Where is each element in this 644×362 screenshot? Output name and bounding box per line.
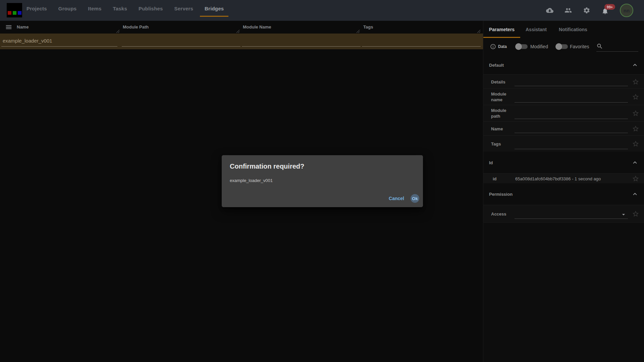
info-icon[interactable]: [490, 44, 496, 50]
param-label: Name: [491, 126, 513, 131]
nav-tab-items[interactable]: Items: [83, 0, 106, 17]
dialog-message: example_loader_v001: [230, 178, 273, 183]
favorite-star-button[interactable]: [632, 175, 639, 182]
logo-green-square: [13, 11, 16, 15]
user-avatar[interactable]: nn: [620, 4, 633, 17]
chevron-up-icon: [631, 159, 639, 166]
param-row-name: Name: [483, 121, 644, 135]
search-input[interactable]: [605, 43, 638, 50]
param-label: Module path: [491, 108, 513, 119]
column-resize-handle[interactable]: [115, 29, 120, 34]
menu-icon[interactable]: [5, 23, 12, 31]
search-field[interactable]: [596, 42, 638, 52]
logo-blue-square: [18, 11, 21, 15]
section-header-id[interactable]: Id: [483, 152, 644, 173]
access-dropdown[interactable]: [515, 211, 628, 219]
param-row-access: Access: [483, 205, 644, 223]
favorites-toggle[interactable]: [556, 44, 568, 49]
favorite-star-button[interactable]: [632, 125, 639, 132]
tab-notifications[interactable]: Notifications: [552, 21, 594, 38]
param-row-tags: Tags: [483, 135, 644, 152]
notification-badge-count: 99+: [604, 4, 615, 10]
favorites-toggle-label: Favorites: [570, 44, 589, 49]
data-filter-label: Data: [498, 44, 507, 49]
section-header-permission[interactable]: Permission: [483, 183, 644, 205]
search-icon: [596, 43, 603, 50]
param-label: Tags: [491, 141, 513, 146]
nav-tab-servers[interactable]: Servers: [170, 0, 198, 17]
navbar-actions: 99+ nn: [546, 0, 633, 21]
notifications-bell-button[interactable]: 99+: [601, 7, 609, 14]
users-icon[interactable]: [565, 7, 572, 14]
parameters-panel: Parameters Assistant Notifications Data …: [483, 21, 644, 362]
nav-tab-tasks[interactable]: Tasks: [108, 0, 132, 17]
tab-assistant[interactable]: Assistant: [520, 21, 552, 38]
name-input[interactable]: [515, 125, 628, 133]
table-row[interactable]: example_loader_v001: [0, 34, 483, 49]
column-header-name[interactable]: Name: [17, 24, 29, 29]
param-row-details: Details: [483, 74, 644, 88]
section-title: Permission: [489, 192, 513, 197]
table-header: Name Module Path Module Name Tags: [0, 21, 483, 34]
modified-toggle[interactable]: [516, 44, 528, 49]
top-navbar: Projects Groups Items Tasks Publishes Se…: [0, 0, 644, 21]
column-resize-handle[interactable]: [356, 29, 360, 34]
nav-tab-groups[interactable]: Groups: [54, 0, 82, 17]
dialog-actions: Cancel Ok: [387, 194, 419, 203]
module-name-input[interactable]: [515, 95, 628, 103]
param-label: Access: [491, 211, 513, 217]
chevron-down-icon: [620, 211, 627, 218]
param-label: id: [493, 176, 515, 181]
section-header-default[interactable]: Default: [483, 55, 644, 74]
ok-button[interactable]: Ok: [411, 194, 419, 203]
chevron-up-icon: [631, 190, 639, 198]
favorite-star-button[interactable]: [632, 78, 639, 85]
column-header-module-name[interactable]: Module Name: [243, 24, 271, 29]
favorite-star-button[interactable]: [632, 210, 639, 218]
favorite-star-button[interactable]: [632, 140, 639, 147]
column-resize-handle[interactable]: [476, 29, 481, 34]
nav-tab-publishes[interactable]: Publishes: [134, 0, 168, 17]
cell-underline: [242, 46, 361, 47]
module-path-input[interactable]: [515, 111, 628, 119]
dialog-title: Confirmation required?: [230, 163, 304, 170]
nav-tab-projects[interactable]: Projects: [22, 0, 52, 17]
column-resize-handle[interactable]: [235, 29, 240, 34]
app-logo[interactable]: [7, 3, 22, 17]
nav-tab-bridges[interactable]: Bridges: [200, 0, 228, 17]
cell-underline: [1, 46, 117, 47]
modified-toggle-label: Modified: [530, 44, 548, 49]
param-row-module-name: Module name: [483, 88, 644, 105]
row-name-cell: example_loader_v001: [3, 38, 52, 44]
panel-tabs: Parameters Assistant Notifications: [483, 21, 644, 38]
parameter-filter-bar: Data Modified Favorites: [483, 38, 644, 55]
column-header-module-path[interactable]: Module Path: [123, 24, 149, 29]
param-row-id: id 65a008d1afc604bb7bdf3386 - 1 second a…: [483, 173, 644, 183]
favorite-star-button[interactable]: [632, 110, 639, 117]
settings-gear-icon[interactable]: [583, 7, 590, 14]
tags-input[interactable]: [515, 141, 628, 149]
cloud-download-icon[interactable]: [546, 7, 553, 14]
section-title: Id: [489, 160, 493, 165]
tab-parameters[interactable]: Parameters: [483, 21, 520, 38]
section-title: Default: [489, 62, 504, 67]
main-nav-tabs: Projects Groups Items Tasks Publishes Se…: [22, 0, 228, 17]
param-row-module-path: Module path: [483, 105, 644, 121]
confirmation-dialog: Confirmation required? example_loader_v0…: [222, 155, 423, 207]
param-label: Module name: [491, 91, 513, 103]
logo-red-square: [8, 11, 11, 15]
column-header-tags[interactable]: Tags: [363, 24, 373, 29]
chevron-up-icon: [631, 61, 639, 69]
id-value: 65a008d1afc604bb7bdf3386 - 1 second ago: [515, 176, 601, 181]
details-input[interactable]: [515, 78, 628, 86]
param-label: Details: [491, 79, 513, 84]
cancel-button[interactable]: Cancel: [387, 194, 406, 202]
favorite-star-button[interactable]: [632, 93, 639, 101]
cell-underline: [362, 46, 481, 47]
cell-underline: [122, 46, 240, 47]
